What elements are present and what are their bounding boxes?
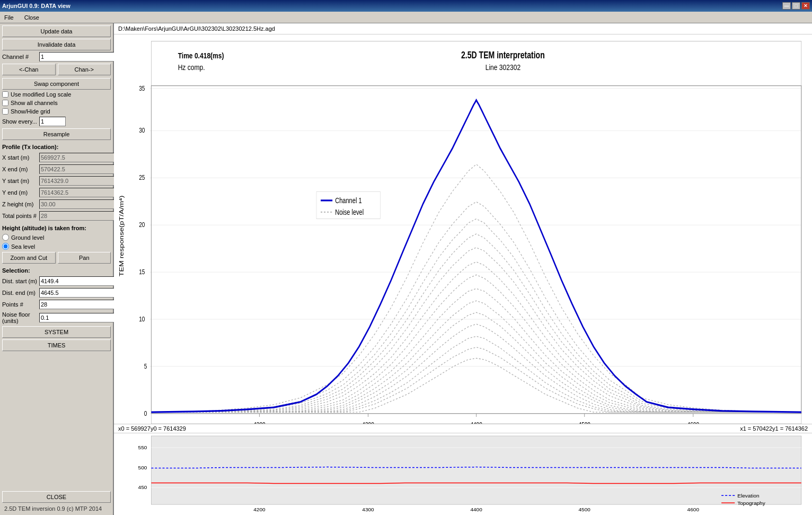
channel-input[interactable] [39,52,116,62]
use-modified-log-label: Use modified Log scale [11,91,71,98]
maximize-button[interactable]: □ [792,2,800,10]
dist-end-input[interactable] [39,288,116,298]
times-button[interactable]: TIMES [2,339,111,351]
noise-legend-label: Noise level [335,208,364,217]
dist-start-input[interactable] [39,276,116,286]
swap-component-button[interactable]: Swap component [2,78,111,90]
svg-rect-28 [151,436,801,504]
svg-text:500: 500 [138,465,147,470]
hz-comp-label: Hz comp. [178,62,205,72]
y-end-row: Y end (m) [2,188,111,197]
height-section-label: Height (altitude) is taken from: [2,225,111,231]
zoom-cut-button[interactable]: Zoom and Cut [2,252,56,264]
coord-bar: x0 = 569927 y0 = 7614329 x1 = 570422 y1 … [114,424,812,433]
x-end-label: X end (m) [2,166,39,172]
svg-text:4300: 4300 [362,507,374,512]
svg-text:10: 10 [139,316,145,322]
z-height-label: Z height (m) [2,201,39,207]
y-end-input [39,188,116,197]
svg-text:20: 20 [139,221,145,228]
close-button[interactable]: CLOSE [2,491,111,503]
show-all-channels-label: Show all channels [11,100,58,106]
svg-text:4600: 4600 [687,421,699,424]
chart-line-label: Line 302302 [486,62,521,72]
resample-button[interactable]: Resample [2,128,111,140]
z-height-row: Z height (m) [2,199,111,209]
svg-text:4500: 4500 [579,507,591,512]
svg-text:4400: 4400 [470,421,482,424]
show-all-channels-checkbox[interactable] [2,100,8,106]
close-menu[interactable]: Close [22,13,41,22]
svg-text:4200: 4200 [253,421,265,424]
coord-y1: y1 = 7614362 [772,425,808,432]
y-end-label: Y end (m) [2,189,39,196]
svg-text:0: 0 [144,409,147,416]
show-every-input[interactable] [39,117,66,126]
chart-title: 2.5D TEM interpretation [461,49,545,60]
y-axis-label: TEM response(pT/A/m⁴) [119,196,125,277]
svg-text:4500: 4500 [579,421,590,424]
total-points-label: Total points # [2,213,39,219]
ground-level-row: Ground level [2,234,111,241]
noise-floor-input[interactable] [39,313,116,322]
sea-level-label: Sea level [11,243,35,250]
points-row: Points # [2,300,111,309]
pan-button[interactable]: Pan [58,252,111,264]
sea-level-radio[interactable] [2,243,9,250]
invalidate-data-button[interactable]: Invalidate data [2,39,111,50]
svg-text:35: 35 [139,84,145,91]
total-points-row: Total points # [2,211,111,221]
x-end-row: X end (m) [2,164,111,174]
x-end-input [39,164,116,174]
svg-text:450: 450 [138,484,147,490]
elevation-legend-label: Elevation [737,493,759,499]
svg-text:550: 550 [138,444,147,450]
coord-x0: x0 = 569927 [118,425,151,432]
zoom-pan-row: Zoom and Cut Pan [2,252,111,264]
prev-chan-button[interactable]: <-Chan [2,64,56,75]
use-modified-log-checkbox[interactable] [2,91,8,98]
content-area: D:\Maken\Fors\ArjunGUI\ArGUI\302302\L302… [114,23,812,515]
main-chart[interactable]: 2.5D TEM interpretation Line 302302 Time… [114,34,812,424]
next-chan-button[interactable]: Chan-> [58,64,111,75]
show-every-row: Show every... [2,117,111,126]
dist-end-label: Dist. end (m) [2,290,39,296]
svg-text:4200: 4200 [253,507,266,512]
x-start-input [39,153,116,162]
profile-section-label: Profile (Tx location): [2,144,111,150]
svg-text:4400: 4400 [470,507,482,512]
window-close-button[interactable]: ✕ [801,2,810,10]
chan-nav-row: <-Chan Chan-> [2,64,111,75]
channel1-legend-label: Channel 1 [335,197,361,205]
x-start-label: X start (m) [2,154,39,161]
update-data-button[interactable]: Update data [2,25,111,37]
svg-text:30: 30 [139,127,145,134]
footer-text: 2.5D TEM inversion 0.9 (c) MTP 2014 [2,504,111,513]
time-label: Time 0.418(ms) [178,51,224,60]
y-start-row: Y start (m) [2,176,111,186]
show-hide-grid-label: Show/Hide grid [11,108,50,115]
channel-row: Channel # [2,52,111,62]
z-height-input [39,199,116,209]
noise-floor-label: Noise floor (units) [2,311,39,324]
channel-label: Channel # [2,54,39,60]
bottom-chart[interactable]: 550 500 450 4200 4300 4400 4500 4600 [114,433,812,515]
system-button[interactable]: SYSTEM [2,326,111,338]
main-chart-svg: 2.5D TEM interpretation Line 302302 Time… [114,34,812,424]
total-points-input [39,211,116,221]
ground-level-radio[interactable] [2,234,9,241]
menu-bar: File Close [0,12,812,23]
show-hide-grid-checkbox[interactable] [2,108,8,115]
topography-legend-label: Topography [737,500,765,506]
svg-text:25: 25 [139,174,145,181]
coord-x1: x1 = 570422 [740,425,772,432]
minimize-button[interactable]: — [782,2,791,10]
use-modified-log-row: Use modified Log scale [2,91,111,98]
sea-level-row: Sea level [2,243,111,250]
ground-level-label: Ground level [11,234,44,241]
points-input[interactable] [39,300,116,309]
svg-text:5: 5 [144,363,147,370]
title-bar: ArjunGUI 0.9: DATA view — □ ✕ [0,0,812,12]
dist-start-row: Dist. start (m) [2,276,111,286]
file-menu[interactable]: File [2,13,16,22]
